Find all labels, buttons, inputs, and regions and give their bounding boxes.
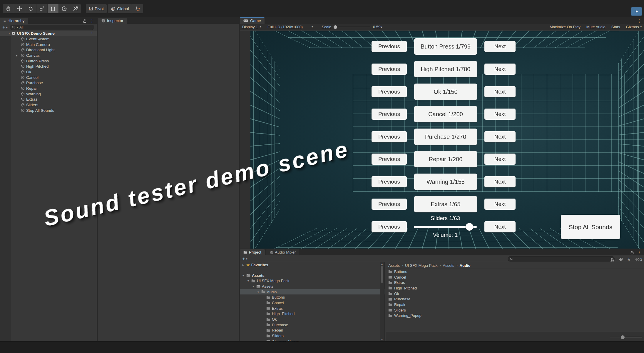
- display-dropdown[interactable]: Display 1 ▾: [242, 25, 261, 29]
- folder-row[interactable]: Buttons: [386, 269, 644, 274]
- breadcrumb-item[interactable]: Assets ›: [388, 263, 403, 268]
- project-tree-row[interactable]: Buttons: [240, 294, 384, 300]
- project-tree-row[interactable]: Sliders: [240, 333, 384, 339]
- sound-category-button[interactable]: Cancel 1/200: [414, 106, 477, 122]
- scale-slider-handle[interactable]: [334, 25, 337, 29]
- sliders-previous-button[interactable]: Previous: [372, 221, 407, 232]
- next-button[interactable]: Next: [484, 41, 516, 52]
- move-tool-button[interactable]: [14, 4, 25, 13]
- hierarchy-item[interactable]: Cancel: [0, 75, 97, 80]
- search-by-label-icon[interactable]: [619, 257, 623, 262]
- next-button[interactable]: Next: [484, 154, 516, 165]
- sound-category-button[interactable]: High Pitched 1/780: [414, 61, 477, 77]
- thumbnail-zoom-slider[interactable]: [610, 335, 642, 339]
- folder-row[interactable]: Ok: [386, 291, 644, 297]
- folder-row[interactable]: Cancel: [386, 274, 644, 280]
- hierarchy-search-input[interactable]: ▾ All: [10, 25, 94, 30]
- sound-category-button[interactable]: Repair 1/200: [414, 151, 477, 167]
- create-asset-button[interactable]: +: [242, 256, 245, 261]
- save-search-star-icon[interactable]: ★: [627, 257, 631, 262]
- scene-header-row[interactable]: ▾ UI SFX Demo Scene ⋮: [0, 31, 97, 36]
- hierarchy-item[interactable]: Sliders: [0, 102, 97, 108]
- scene-menu-icon[interactable]: ⋮: [90, 31, 97, 36]
- hierarchy-item[interactable]: Main Camera: [0, 42, 97, 47]
- project-tree-row[interactable]: Repair: [240, 328, 384, 333]
- folder-row[interactable]: Sliders: [386, 307, 644, 313]
- create-asset-caret-icon[interactable]: ▾: [246, 258, 247, 260]
- previous-button[interactable]: Previous: [372, 131, 407, 142]
- stop-all-sounds-button[interactable]: Stop All Sounds: [561, 215, 620, 239]
- hierarchy-item[interactable]: Button Press: [0, 58, 97, 64]
- project-lock-icon[interactable]: [630, 251, 634, 254]
- tab-audio-mixer[interactable]: Audio Mixer: [266, 249, 299, 255]
- scene-collapse-icon[interactable]: ▾: [9, 32, 10, 35]
- hidden-count-toggle[interactable]: 2: [635, 257, 642, 262]
- gizmos-caret-icon[interactable]: ▾: [640, 26, 642, 28]
- project-tree-row[interactable]: ▸ ★ Favorites: [240, 262, 384, 268]
- project-tree-row[interactable]: ▾ Assets: [240, 273, 384, 278]
- project-tree-row[interactable]: Cancel: [240, 300, 384, 306]
- next-button[interactable]: Next: [484, 64, 516, 75]
- folder-row[interactable]: Extras: [386, 280, 644, 285]
- scroll-down-icon[interactable]: ▾: [380, 338, 384, 341]
- custom-tool-button[interactable]: [70, 4, 81, 13]
- hand-tool-button[interactable]: [3, 4, 14, 13]
- previous-button[interactable]: Previous: [372, 86, 407, 97]
- scale-tool-button[interactable]: [36, 4, 48, 13]
- tab-project[interactable]: Project: [240, 249, 265, 255]
- sound-category-button[interactable]: Extras 1/65: [414, 196, 477, 212]
- next-button[interactable]: Next: [484, 176, 516, 187]
- sound-category-button[interactable]: Ok 1/150: [414, 84, 477, 100]
- tab-hierarchy[interactable]: ≡ Hierarchy: [0, 18, 28, 24]
- project-tree-row[interactable]: High_Pitched: [240, 311, 384, 317]
- previous-button[interactable]: Previous: [372, 176, 407, 187]
- previous-button[interactable]: Previous: [372, 109, 407, 120]
- hierarchy-item[interactable]: Repair: [0, 86, 97, 91]
- project-tree-row[interactable]: ▾ Assets: [240, 284, 384, 289]
- folder-row[interactable]: Purchase: [386, 296, 644, 302]
- project-menu-icon[interactable]: ⋮: [637, 250, 641, 254]
- tree-scrollbar[interactable]: ▴ ▾: [380, 262, 384, 341]
- previous-button[interactable]: Previous: [372, 199, 407, 210]
- resolution-dropdown[interactable]: Full HD (1920x1080) ▾: [267, 25, 313, 29]
- hierarchy-item[interactable]: ▸ Canvas: [0, 53, 97, 58]
- grid-snap-button[interactable]: [131, 4, 143, 13]
- hierarchy-item[interactable]: EventSystem: [0, 36, 97, 42]
- breadcrumb-item[interactable]: Assets ›: [443, 263, 458, 268]
- hierarchy-item[interactable]: High Pitched: [0, 64, 97, 69]
- tree-scrollbar-thumb[interactable]: [381, 266, 383, 283]
- game-menu-icon[interactable]: ⋮: [637, 19, 641, 23]
- hierarchy-item[interactable]: Purchase: [0, 80, 97, 86]
- breadcrumb-item[interactable]: UI SFX Mega Pack ›: [405, 263, 441, 268]
- global-toggle[interactable]: Global: [108, 4, 132, 13]
- volume-slider-handle[interactable]: [466, 223, 473, 231]
- next-button[interactable]: Next: [484, 109, 516, 120]
- sound-category-button[interactable]: Warning 1/155: [414, 174, 477, 190]
- rect-tool-button[interactable]: [48, 4, 59, 13]
- volume-slider[interactable]: [414, 225, 477, 229]
- tree-collapse-icon[interactable]: ▾: [257, 290, 260, 294]
- add-object-caret-icon[interactable]: ▾: [6, 26, 8, 29]
- next-button[interactable]: Next: [484, 86, 516, 97]
- tree-collapse-icon[interactable]: ▾: [247, 279, 250, 282]
- lock-icon[interactable]: [83, 19, 86, 23]
- project-tree-row[interactable]: Purchase: [240, 322, 384, 328]
- breadcrumb-item[interactable]: Audio: [460, 263, 473, 268]
- hierarchy-item[interactable]: Ok: [0, 69, 97, 75]
- zoom-slider-handle[interactable]: [621, 335, 625, 339]
- folder-row[interactable]: High_Pitched: [386, 285, 644, 291]
- game-toolbar-toggle[interactable]: Maximize On Play: [550, 25, 581, 29]
- add-object-button[interactable]: +: [2, 25, 5, 30]
- previous-button[interactable]: Previous: [372, 41, 407, 52]
- game-toolbar-toggle[interactable]: Gizmos: [626, 25, 639, 29]
- previous-button[interactable]: Previous: [372, 64, 407, 75]
- scroll-up-icon[interactable]: ▴: [380, 262, 384, 265]
- tab-inspector[interactable]: Inspector: [98, 18, 127, 24]
- hierarchy-item[interactable]: Warning: [0, 91, 97, 97]
- game-toolbar-toggle[interactable]: Mute Audio: [586, 25, 605, 29]
- next-button[interactable]: Next: [484, 131, 516, 142]
- tree-collapse-icon[interactable]: ▾: [242, 274, 245, 277]
- project-tree-row[interactable]: Warning_Popup: [240, 339, 384, 341]
- expand-arrow-icon[interactable]: ▸: [16, 54, 18, 57]
- project-tree-row[interactable]: ▾ Audio: [240, 289, 384, 295]
